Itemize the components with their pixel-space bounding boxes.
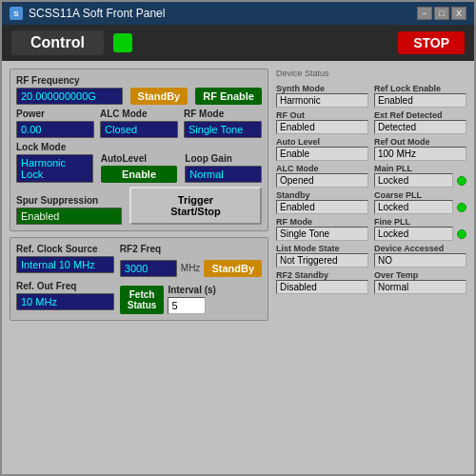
ref-out-mode-label: Ref Out Mode: [374, 137, 466, 147]
fetch-row: Fetch Status Interval (s): [120, 285, 262, 314]
main-pll-value: Locked: [374, 173, 453, 188]
main-content: RF Frequency 20.000000000G StandBy RF En…: [2, 61, 474, 474]
main-pll-led: [457, 176, 466, 186]
header-bar: Control STOP: [2, 25, 474, 61]
ext-ref-label: Ext Ref Detected: [374, 110, 466, 120]
rf-mode-label: RF Mode: [184, 109, 262, 119]
over-temp-value: Normal: [374, 280, 466, 294]
ref-out-label: Ref. Out Freq: [16, 281, 114, 291]
ref-out-value[interactable]: 10 MHz: [16, 293, 114, 310]
over-temp-label: Over Temp: [374, 270, 466, 280]
ref-lock-label: Ref Lock Enable: [374, 84, 466, 93]
rf-out-value: Enabled: [276, 120, 368, 134]
rf-out-item: RF Out Enabled: [276, 110, 368, 134]
window-title: SCSS11A Soft Front Panel: [29, 7, 165, 20]
alc-mode-value[interactable]: Closed: [100, 121, 178, 138]
rf2-freq-value[interactable]: 3000: [120, 260, 177, 277]
rf-mode-status-label: RF Mode: [276, 217, 368, 227]
main-pll-row: Locked: [374, 173, 466, 188]
upper-section: RF Frequency 20.000000000G StandBy RF En…: [10, 69, 268, 231]
ref-out-mode-item: Ref Out Mode 100 MHz: [374, 137, 466, 161]
status-indicator: [113, 33, 132, 52]
lock-mode-label: Lock Mode: [16, 142, 93, 152]
device-accessed-label: Device Accessed: [374, 244, 466, 253]
ext-ref-item: Ext Ref Detected Detected: [374, 110, 466, 134]
rf2-standby-button[interactable]: StandBy: [204, 260, 262, 277]
ref-clock-value[interactable]: Internal 10 MHz: [16, 256, 114, 273]
fine-pll-led: [457, 229, 466, 239]
rf-out-label: RF Out: [276, 110, 368, 120]
rf2-freq-label: RF2 Freq: [120, 244, 262, 254]
standby-button[interactable]: StandBy: [130, 88, 188, 105]
trigger-button[interactable]: Trigger Start/Stop: [129, 187, 262, 225]
control-title: Control: [11, 30, 104, 55]
stop-button[interactable]: STOP: [398, 31, 465, 54]
close-button[interactable]: X: [451, 7, 466, 20]
loop-gain-label: Loop Gain: [185, 153, 262, 164]
ref-clock-col: Ref. Clock Source Internal 10 MHz: [16, 244, 114, 277]
coarse-pll-row: Locked: [374, 200, 466, 214]
rf-mode-status-value: Single Tone: [276, 227, 368, 241]
main-window: S SCSS11A Soft Front Panel − □ X Control…: [0, 0, 476, 476]
rf-mode-value[interactable]: Single Tone: [184, 121, 262, 138]
standby-status-value: Enabled: [276, 200, 368, 214]
rf-frequency-value[interactable]: 20.000000000G: [16, 88, 123, 105]
restore-button[interactable]: □: [434, 7, 449, 20]
rf-frequency-label: RF Frequency: [16, 75, 123, 86]
coarse-pll-item: Coarse PLL Locked: [374, 190, 466, 214]
fetch-line1: Fetch: [129, 289, 155, 300]
fine-pll-value: Locked: [374, 227, 453, 241]
power-row: Power 0.00 ALC Mode Closed RF Mode Singl…: [16, 109, 262, 138]
fine-pll-label: Fine PLL: [374, 217, 466, 227]
auto-level-status-value: Enable: [276, 147, 368, 161]
auto-level-button[interactable]: Enable: [101, 166, 178, 183]
title-bar: S SCSS11A Soft Front Panel − □ X: [2, 2, 474, 25]
rf-mode-status-item: RF Mode Single Tone: [276, 217, 368, 241]
interval-label: Interval (s): [168, 285, 216, 295]
trigger-line2: Start/Stop: [170, 206, 221, 217]
alc-mode-label: ALC Mode: [100, 109, 178, 119]
main-pll-item: Main PLL Locked: [374, 164, 466, 188]
fetch-button[interactable]: Fetch Status: [120, 286, 165, 314]
rf-enable-button[interactable]: RF Enable: [195, 88, 262, 105]
fine-pll-item: Fine PLL Locked: [374, 217, 466, 241]
ref-clock-label: Ref. Clock Source: [16, 244, 114, 254]
lock-mode-value[interactable]: Harmonic Lock: [16, 154, 93, 183]
rf-frequency-group: RF Frequency 20.000000000G StandBy RF En…: [16, 75, 262, 105]
left-panel: RF Frequency 20.000000000G StandBy RF En…: [10, 69, 268, 466]
ref-lock-item: Ref Lock Enable Enabled: [374, 84, 466, 108]
over-temp-item: Over Temp Normal: [374, 270, 466, 294]
ext-ref-value: Detected: [374, 120, 466, 134]
device-accessed-item: Device Accessed NO: [374, 244, 466, 268]
power-value[interactable]: 0.00: [16, 121, 94, 138]
list-mode-label: List Mode State: [276, 244, 368, 253]
synth-mode-label: Synth Mode: [276, 84, 368, 93]
rf2-row: 3000 MHz StandBy: [120, 260, 262, 277]
ref-lock-value: Enabled: [374, 93, 466, 108]
minimize-button[interactable]: −: [417, 7, 432, 20]
ref-out-mode-value: 100 MHz: [374, 147, 466, 161]
list-mode-item: List Mode State Not Triggered: [276, 244, 368, 268]
bottom-grid: Ref. Clock Source Internal 10 MHz Ref. O…: [16, 244, 262, 314]
rf2-standby-status-value: Disabled: [276, 280, 368, 294]
main-pll-label: Main PLL: [374, 164, 466, 173]
loop-gain-value[interactable]: Normal: [185, 166, 262, 183]
status-grid: Synth Mode Harmonic Ref Lock Enable Enab…: [276, 84, 466, 294]
rf2-standby-status-item: RF2 Standby Disabled: [276, 270, 368, 294]
device-accessed-value: NO: [374, 253, 466, 268]
rf2-standby-status-label: RF2 Standby: [276, 270, 368, 280]
app-icon: S: [10, 7, 23, 20]
interval-input[interactable]: [168, 297, 206, 314]
window-controls: − □ X: [417, 7, 466, 20]
ref-section: Ref. Clock Source Internal 10 MHz Ref. O…: [16, 244, 114, 314]
coarse-pll-value: Locked: [374, 200, 453, 214]
synth-mode-item: Synth Mode Harmonic: [276, 84, 368, 108]
spur-value[interactable]: Enabled: [16, 208, 122, 225]
rf2-section: RF2 Freq 3000 MHz StandBy Fetch Status: [120, 244, 262, 314]
lower-section: Ref. Clock Source Internal 10 MHz Ref. O…: [10, 237, 268, 321]
auto-level-label: AutoLevel: [101, 153, 178, 164]
fine-pll-row: Locked: [374, 227, 466, 241]
auto-level-status-label: Auto Level: [276, 137, 368, 147]
alc-mode-status-item: ALC Mode Opened: [276, 164, 368, 188]
spur-col: Spur Suppression Enabled: [16, 195, 122, 225]
